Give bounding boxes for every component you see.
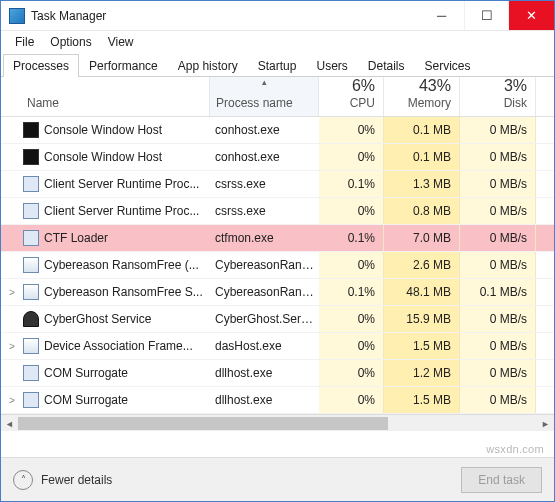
cpu-value: 0% [319, 360, 384, 386]
table-row[interactable]: Console Window Hostconhost.exe0%0.1 MB0 … [1, 117, 554, 144]
memory-value: 2.6 MB [384, 252, 460, 278]
cpu-value: 0% [319, 144, 384, 170]
table-row[interactable]: Console Window Hostconhost.exe0%0.1 MB0 … [1, 144, 554, 171]
memory-value: 1.5 MB [384, 333, 460, 359]
memory-value: 7.0 MB [384, 225, 460, 251]
window-title: Task Manager [31, 9, 106, 23]
horizontal-scrollbar[interactable]: ◄ ► [1, 414, 554, 431]
table-row[interactable]: CyberGhost ServiceCyberGhost.Servi...0%1… [1, 306, 554, 333]
process-label: COM Surrogate [44, 366, 128, 380]
cpu-value: 0.1% [319, 225, 384, 251]
cpu-value: 0% [319, 117, 384, 143]
process-exe: CyberGhost.Servi... [209, 312, 319, 326]
disk-value: 0 MB/s [460, 144, 536, 170]
process-exe: dllhost.exe [209, 366, 319, 380]
header-name[interactable]: Name [23, 96, 209, 116]
process-exe: CybereasonRanso... [209, 285, 319, 299]
header-memory[interactable]: 43% Memory [384, 77, 460, 116]
process-name-cell: CTF Loader [23, 230, 209, 246]
process-label: Client Server Runtime Proc... [44, 204, 199, 218]
table-row[interactable]: Client Server Runtime Proc...csrss.exe0%… [1, 198, 554, 225]
expand-toggle[interactable]: > [1, 287, 23, 298]
table-row[interactable]: >COM Surrogatedllhost.exe0%1.5 MB0 MB/s [1, 387, 554, 414]
tab-users[interactable]: Users [306, 54, 357, 77]
menu-options[interactable]: Options [42, 32, 99, 52]
process-name-cell: COM Surrogate [23, 392, 209, 408]
menu-view[interactable]: View [100, 32, 142, 52]
process-name-cell: COM Surrogate [23, 365, 209, 381]
tab-processes[interactable]: Processes [3, 54, 79, 77]
header-disk[interactable]: 3% Disk [460, 77, 536, 116]
memory-value: 1.2 MB [384, 360, 460, 386]
table-row[interactable]: >Device Association Frame...dasHost.exe0… [1, 333, 554, 360]
process-icon [23, 311, 39, 327]
process-label: Device Association Frame... [44, 339, 193, 353]
tab-performance[interactable]: Performance [79, 54, 168, 77]
cpu-value: 0% [319, 333, 384, 359]
process-name-cell: Cybereason RansomFree S... [23, 284, 209, 300]
disk-value: 0 MB/s [460, 198, 536, 224]
process-exe: ctfmon.exe [209, 231, 319, 245]
process-label: Console Window Host [44, 150, 162, 164]
expand-toggle[interactable]: > [1, 395, 23, 406]
process-label: Cybereason RansomFree (... [44, 258, 199, 272]
process-name-cell: Console Window Host [23, 149, 209, 165]
memory-value: 0.1 MB [384, 117, 460, 143]
process-exe: conhost.exe [209, 150, 319, 164]
end-task-button[interactable]: End task [461, 467, 542, 493]
scroll-left-icon[interactable]: ◄ [1, 415, 18, 432]
scroll-thumb[interactable] [18, 417, 388, 430]
fewer-details-button[interactable]: ˄ Fewer details [13, 470, 112, 490]
process-label: CTF Loader [44, 231, 108, 245]
process-label: Client Server Runtime Proc... [44, 177, 199, 191]
table-row[interactable]: Client Server Runtime Proc...csrss.exe0.… [1, 171, 554, 198]
maximize-button[interactable]: ☐ [464, 1, 509, 30]
disk-value: 0 MB/s [460, 333, 536, 359]
table-row[interactable]: >Cybereason RansomFree S...CybereasonRan… [1, 279, 554, 306]
expand-toggle[interactable]: > [1, 341, 23, 352]
memory-value: 0.8 MB [384, 198, 460, 224]
close-button[interactable]: ✕ [509, 1, 554, 30]
tab-app-history[interactable]: App history [168, 54, 248, 77]
tabbar: Processes Performance App history Startu… [1, 53, 554, 77]
cpu-value: 0.1% [319, 279, 384, 305]
disk-value: 0 MB/s [460, 171, 536, 197]
cpu-value: 0% [319, 387, 384, 413]
process-icon [23, 284, 39, 300]
tab-services[interactable]: Services [415, 54, 481, 77]
table-row[interactable]: COM Surrogatedllhost.exe0%1.2 MB0 MB/s [1, 360, 554, 387]
process-icon [23, 149, 39, 165]
tab-startup[interactable]: Startup [248, 54, 307, 77]
process-label: Cybereason RansomFree S... [44, 285, 203, 299]
process-icon [23, 365, 39, 381]
process-name-cell: Device Association Frame... [23, 338, 209, 354]
table-row[interactable]: CTF Loaderctfmon.exe0.1%7.0 MB0 MB/s [1, 225, 554, 252]
minimize-button[interactable]: ─ [419, 1, 464, 30]
menu-file[interactable]: File [7, 32, 42, 52]
disk-value: 0 MB/s [460, 225, 536, 251]
cpu-value: 0% [319, 306, 384, 332]
process-icon [23, 338, 39, 354]
titlebar[interactable]: Task Manager ─ ☐ ✕ [1, 1, 554, 31]
chevron-up-icon: ˄ [13, 470, 33, 490]
process-icon [23, 203, 39, 219]
process-name-cell: Client Server Runtime Proc... [23, 176, 209, 192]
cpu-value: 0.1% [319, 171, 384, 197]
header-process-name[interactable]: ▴ Process name [209, 77, 319, 116]
process-name-cell: Cybereason RansomFree (... [23, 257, 209, 273]
disk-value: 0 MB/s [460, 252, 536, 278]
tab-details[interactable]: Details [358, 54, 415, 77]
process-label: COM Surrogate [44, 393, 128, 407]
process-icon [23, 122, 39, 138]
header-cpu[interactable]: 6% CPU [319, 77, 384, 116]
column-headers: Name ▴ Process name 6% CPU 43% Memory 3%… [1, 77, 554, 117]
memory-value: 1.3 MB [384, 171, 460, 197]
process-name-cell: CyberGhost Service [23, 311, 209, 327]
cpu-value: 0% [319, 198, 384, 224]
process-label: Console Window Host [44, 123, 162, 137]
scroll-right-icon[interactable]: ► [537, 415, 554, 432]
footer: ˄ Fewer details End task [1, 457, 554, 501]
process-icon [23, 392, 39, 408]
table-row[interactable]: Cybereason RansomFree (...CybereasonRans… [1, 252, 554, 279]
process-icon [23, 257, 39, 273]
